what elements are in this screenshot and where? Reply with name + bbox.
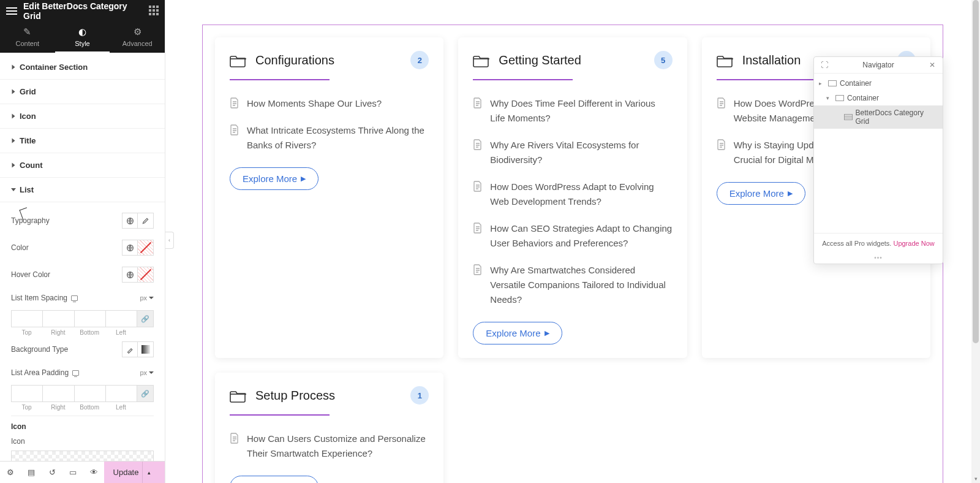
chevron-right-icon: ▶ bbox=[545, 329, 549, 337]
doc-item[interactable]: What Intricate Ecosystems Thrive Along t… bbox=[230, 117, 429, 159]
card-header: Setup Process1 bbox=[230, 386, 429, 405]
update-options-button[interactable]: ▴ bbox=[142, 462, 156, 483]
explore-more-button[interactable]: Explore More▶ bbox=[717, 182, 805, 205]
tree-row-widget[interactable]: BetterDocs Category Grid bbox=[814, 105, 943, 129]
tree-row-container[interactable]: ▸Container bbox=[814, 76, 943, 91]
navigator-footer: Access all Pro widgets. Upgrade Now bbox=[814, 233, 943, 253]
preview-icon[interactable]: 👁 bbox=[83, 462, 104, 483]
doc-item-label: How Does WordPress Adapt to Evolving Web… bbox=[490, 180, 672, 209]
device-icon[interactable] bbox=[72, 370, 79, 376]
close-icon[interactable]: ✕ bbox=[927, 61, 938, 69]
hover-color-swatch[interactable] bbox=[138, 267, 154, 283]
navigator-panel[interactable]: ⛶ Navigator ✕ ▸Container ▾Container Bett… bbox=[813, 56, 943, 264]
scrollbar-thumb[interactable] bbox=[973, 0, 979, 343]
unit-selector[interactable]: px bbox=[140, 294, 154, 302]
navigator-header[interactable]: ⛶ Navigator ✕ bbox=[814, 57, 943, 74]
layers-icon[interactable]: ▤ bbox=[21, 462, 42, 483]
tree-row-container-2[interactable]: ▾Container bbox=[814, 91, 943, 105]
explore-more-button[interactable]: Explore More▶ bbox=[230, 167, 318, 190]
doc-item-label: How Can Users Customize and Personalize … bbox=[247, 432, 429, 461]
background-type-label: Background Type bbox=[11, 345, 68, 354]
card-underline bbox=[473, 79, 573, 80]
document-icon bbox=[230, 433, 239, 444]
spacing-right-input[interactable] bbox=[42, 310, 74, 327]
upgrade-link[interactable]: Upgrade Now bbox=[893, 240, 934, 247]
section-grid[interactable]: Grid bbox=[0, 80, 165, 104]
spacing-bottom-input[interactable] bbox=[74, 310, 105, 327]
card-title[interactable]: Configurations bbox=[255, 53, 402, 67]
edge-bottom-label: Bottom bbox=[74, 402, 105, 411]
unit-selector[interactable]: px bbox=[140, 369, 154, 376]
caret-icon: ▸ bbox=[819, 80, 825, 86]
expand-icon[interactable]: ⛶ bbox=[819, 61, 830, 69]
edge-right-label: Right bbox=[42, 402, 74, 411]
control-list-area-padding: List Area Padding px bbox=[11, 363, 154, 382]
section-icon[interactable]: Icon bbox=[0, 104, 165, 129]
padding-left-input[interactable] bbox=[105, 385, 137, 402]
chevron-right-icon: ▶ bbox=[788, 189, 793, 197]
settings-icon[interactable]: ⚙ bbox=[0, 462, 21, 483]
folder-icon bbox=[230, 53, 247, 67]
gradient-icon bbox=[141, 345, 150, 354]
tab-content[interactable]: ✎Content bbox=[0, 22, 55, 53]
section-title[interactable]: Title bbox=[0, 129, 165, 153]
doc-item[interactable]: Why Does Time Feel Different in Various … bbox=[473, 90, 672, 132]
control-background-type: Background Type bbox=[11, 336, 154, 363]
icon-subheading: Icon bbox=[11, 416, 154, 435]
card-underline bbox=[230, 79, 330, 80]
globe-icon[interactable] bbox=[122, 240, 138, 256]
padding-bottom-input[interactable] bbox=[74, 385, 105, 402]
navigator-tree: ▸Container ▾Container BetterDocs Categor… bbox=[814, 74, 943, 233]
doc-item[interactable]: Why Are Rivers Vital Ecosystems for Biod… bbox=[473, 132, 672, 173]
edit-typography-button[interactable] bbox=[138, 213, 154, 229]
responsive-icon[interactable]: ▭ bbox=[62, 462, 83, 483]
link-values-button[interactable]: 🔗 bbox=[137, 385, 154, 402]
link-values-button[interactable]: 🔗 bbox=[137, 310, 154, 327]
tab-advanced[interactable]: ⚙Advanced bbox=[110, 22, 165, 53]
icon-preview[interactable] bbox=[11, 451, 154, 461]
card-title[interactable]: Setup Process bbox=[255, 389, 402, 403]
color-swatch[interactable] bbox=[138, 240, 154, 256]
globe-icon[interactable] bbox=[122, 267, 138, 283]
explore-more-button[interactable]: Explore More▶ bbox=[473, 322, 562, 344]
card-title[interactable]: Getting Started bbox=[499, 53, 645, 67]
apps-grid-icon[interactable] bbox=[149, 6, 160, 17]
drag-handle-icon[interactable]: ••• bbox=[814, 253, 943, 264]
spacing-inputs: Top Right Bottom Left 🔗 bbox=[11, 310, 154, 336]
chevron-right-icon: ▶ bbox=[301, 175, 306, 183]
spacing-left-input[interactable] bbox=[105, 310, 137, 327]
padding-right-input[interactable] bbox=[42, 385, 74, 402]
padding-inputs: Top Right Bottom Left 🔗 bbox=[11, 385, 154, 411]
doc-item-label: What Intricate Ecosystems Thrive Along t… bbox=[247, 123, 429, 153]
section-count[interactable]: Count bbox=[0, 153, 165, 178]
section-list[interactable]: List bbox=[0, 178, 165, 202]
history-icon[interactable]: ↺ bbox=[42, 462, 62, 483]
doc-item[interactable]: How Can SEO Strategies Adapt to Changing… bbox=[473, 215, 672, 257]
section-container[interactable]: Container Section bbox=[0, 55, 165, 80]
bg-classic-button[interactable] bbox=[122, 341, 138, 357]
chevron-down-icon bbox=[149, 297, 154, 299]
doc-item[interactable]: How Can Users Customize and Personalize … bbox=[230, 425, 429, 467]
device-icon[interactable] bbox=[71, 295, 78, 301]
spacing-top-input[interactable] bbox=[11, 310, 42, 327]
scroll-down-icon[interactable]: ▾ bbox=[971, 476, 980, 483]
globe-icon[interactable] bbox=[122, 213, 138, 229]
edge-top-label: Top bbox=[11, 327, 42, 336]
explore-more-button[interactable]: Explore More▶ bbox=[230, 476, 318, 483]
chevron-down-icon bbox=[149, 371, 154, 374]
vertical-scrollbar[interactable]: ▴ ▾ bbox=[971, 0, 980, 483]
section-title-label: Title bbox=[20, 136, 36, 145]
hamburger-icon[interactable] bbox=[5, 4, 18, 18]
document-icon bbox=[230, 97, 239, 108]
doc-item[interactable]: Why Are Smartwatches Considered Versatil… bbox=[473, 257, 672, 313]
update-button[interactable]: Update▴ bbox=[104, 462, 165, 483]
bg-gradient-button[interactable] bbox=[138, 341, 154, 357]
doc-item[interactable]: How Moments Shape Our Lives? bbox=[230, 90, 429, 117]
doc-item-label: Why Are Rivers Vital Ecosystems for Biod… bbox=[490, 138, 672, 167]
tab-style[interactable]: ◐Style bbox=[55, 22, 110, 53]
sidebar-footer: ⚙ ▤ ↺ ▭ 👁 Update▴ bbox=[0, 461, 165, 483]
control-hover-color: Hover Color bbox=[11, 261, 154, 288]
doc-item[interactable]: How Does WordPress Adapt to Evolving Web… bbox=[473, 173, 672, 215]
padding-top-input[interactable] bbox=[11, 385, 42, 402]
sections-list: Container Section Grid Icon Title Count … bbox=[0, 53, 165, 461]
